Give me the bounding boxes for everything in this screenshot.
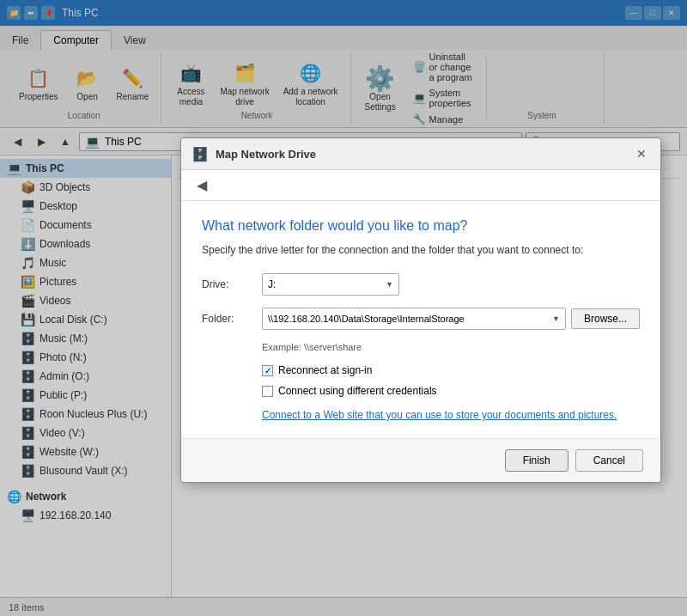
- modal-back-button[interactable]: ◀: [192, 175, 212, 195]
- web-link[interactable]: Connect to a Web site that you can use t…: [262, 409, 617, 421]
- cancel-button[interactable]: Cancel: [575, 449, 643, 472]
- modal-title-bar: 🗄️ Map Network Drive ✕: [181, 138, 660, 170]
- modal-subtext: Specify the drive letter for the connect…: [202, 244, 640, 256]
- modal-footer: Finish Cancel: [181, 438, 660, 482]
- folder-chevron-icon: ▼: [552, 314, 560, 323]
- different-creds-row: Connect using different credentials: [262, 385, 640, 397]
- drive-label: Drive:: [202, 278, 262, 290]
- reconnect-row: ✓ Reconnect at sign-in: [262, 364, 640, 376]
- folder-field: Folder: \\192.168.20.140\Data\Storage\In…: [202, 308, 640, 330]
- modal-close-button[interactable]: ✕: [633, 145, 650, 162]
- modal-heading: What network folder would you like to ma…: [202, 218, 640, 234]
- drive-select[interactable]: J: ▼: [262, 273, 399, 296]
- folder-example: Example: \\server\share: [262, 342, 640, 352]
- different-creds-label: Connect using different credentials: [278, 385, 437, 397]
- modal-overlay: 🗄️ Map Network Drive ✕ ◀ What network fo…: [0, 0, 687, 616]
- drive-field: Drive: J: ▼: [202, 273, 640, 296]
- finish-button[interactable]: Finish: [505, 449, 568, 472]
- reconnect-label: Reconnect at sign-in: [278, 364, 372, 376]
- modal-title-text: Map Network Drive: [216, 148, 633, 161]
- drive-value: J:: [268, 278, 276, 290]
- drive-chevron-icon: ▼: [386, 280, 393, 289]
- modal-nav: ◀: [181, 170, 660, 201]
- folder-value: \\192.168.20.140\Data\Storage\InternalSt…: [268, 314, 465, 324]
- modal-dialog: 🗄️ Map Network Drive ✕ ◀ What network fo…: [180, 137, 661, 483]
- modal-body: What network folder would you like to ma…: [181, 201, 660, 438]
- modal-title-icon: 🗄️: [192, 146, 209, 162]
- folder-label: Folder:: [202, 313, 262, 325]
- browse-button[interactable]: Browse...: [571, 308, 640, 329]
- folder-input[interactable]: \\192.168.20.140\Data\Storage\InternalSt…: [262, 308, 566, 330]
- different-creds-checkbox[interactable]: [262, 386, 273, 397]
- reconnect-checkbox[interactable]: ✓: [262, 365, 273, 376]
